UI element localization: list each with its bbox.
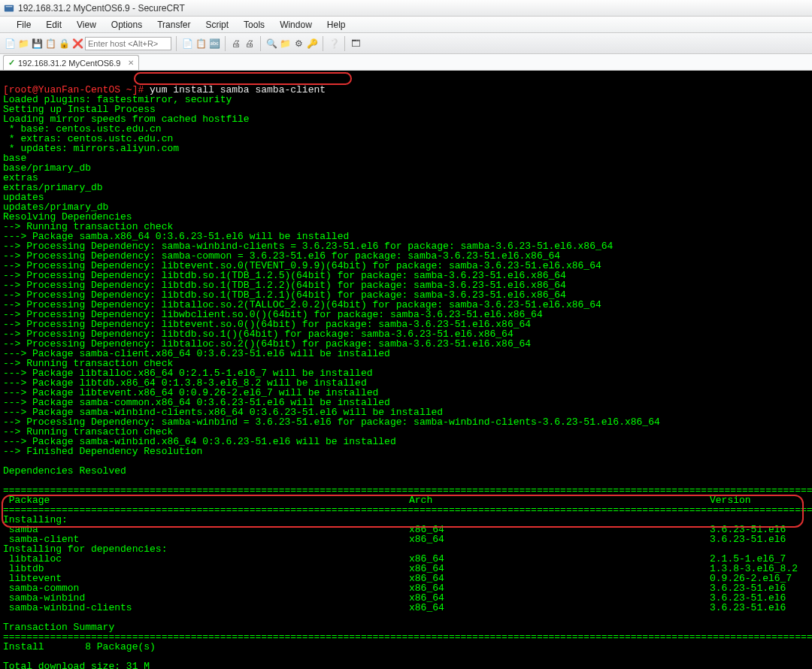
title-bar: 192.168.31.2 MyCentOS6.9 - SecureCRT [0, 0, 812, 17]
menu-bar: File Edit View Options Transfer Script T… [0, 17, 812, 33]
toolbar-icon[interactable]: 🔒 [58, 38, 70, 50]
toolbar-icon[interactable]: 🔍 [265, 38, 277, 50]
toolbar-icon[interactable]: 📁 [279, 38, 291, 50]
window-title: 192.168.31.2 MyCentOS6.9 - SecureCRT [18, 3, 185, 14]
toolbar-separator [225, 36, 226, 51]
toolbar-icon[interactable]: 🗔 [350, 38, 362, 50]
toolbar: 📄 📁 💾 📋 🔒 ❌ 📄 📋 🔤 🖨 🖨 🔍 📁 ⚙ 🔑 ❔ 🗔 [0, 33, 812, 54]
highlight-command [134, 72, 352, 85]
svg-rect-1 [6, 6, 13, 7]
menu-tools[interactable]: Tools [236, 18, 272, 32]
toolbar-icon[interactable]: 📁 [17, 38, 29, 50]
menu-edit[interactable]: Edit [38, 18, 69, 32]
app-icon [4, 3, 14, 14]
toolbar-separator [344, 36, 345, 51]
terminal[interactable]: [root@YuanFan-CentOS ~]# yum install sam… [0, 71, 812, 669]
toolbar-icon[interactable]: 🖨 [230, 38, 242, 50]
menu-options[interactable]: Options [104, 18, 150, 32]
menu-script[interactable]: Script [198, 18, 236, 32]
toolbar-separator [260, 36, 261, 51]
session-tab[interactable]: ✓ 192.168.31.2 MyCentOS6.9 ✕ [3, 55, 139, 70]
toolbar-icon[interactable]: 📋 [44, 38, 56, 50]
toolbar-separator [176, 36, 177, 51]
tabs-bar: ✓ 192.168.31.2 MyCentOS6.9 ✕ [0, 54, 812, 71]
toolbar-icon[interactable]: 📄 [4, 38, 16, 50]
toolbar-icon[interactable]: 📋 [195, 38, 207, 50]
toolbar-icon[interactable]: ⚙ [292, 38, 304, 50]
toolbar-icon[interactable]: 📄 [181, 38, 193, 50]
toolbar-icon[interactable]: 🖨 [244, 38, 256, 50]
toolbar-separator [323, 36, 323, 51]
help-icon[interactable]: ❔ [328, 38, 340, 50]
host-input[interactable] [85, 37, 171, 50]
toolbar-icon[interactable]: 🔤 [208, 38, 220, 50]
toolbar-icon[interactable]: 💾 [31, 38, 43, 50]
menu-help[interactable]: Help [320, 18, 353, 32]
menu-view[interactable]: View [69, 18, 104, 32]
close-icon[interactable]: ✕ [128, 59, 134, 67]
menu-transfer[interactable]: Transfer [150, 18, 198, 32]
check-icon: ✓ [8, 58, 15, 68]
toolbar-icon[interactable]: 🔑 [306, 38, 318, 50]
tab-label: 192.168.31.2 MyCentOS6.9 [18, 59, 120, 68]
svg-rect-0 [5, 5, 14, 11]
menu-window[interactable]: Window [272, 18, 320, 32]
toolbar-icon[interactable]: ❌ [71, 38, 83, 50]
menu-file[interactable]: File [9, 18, 38, 32]
